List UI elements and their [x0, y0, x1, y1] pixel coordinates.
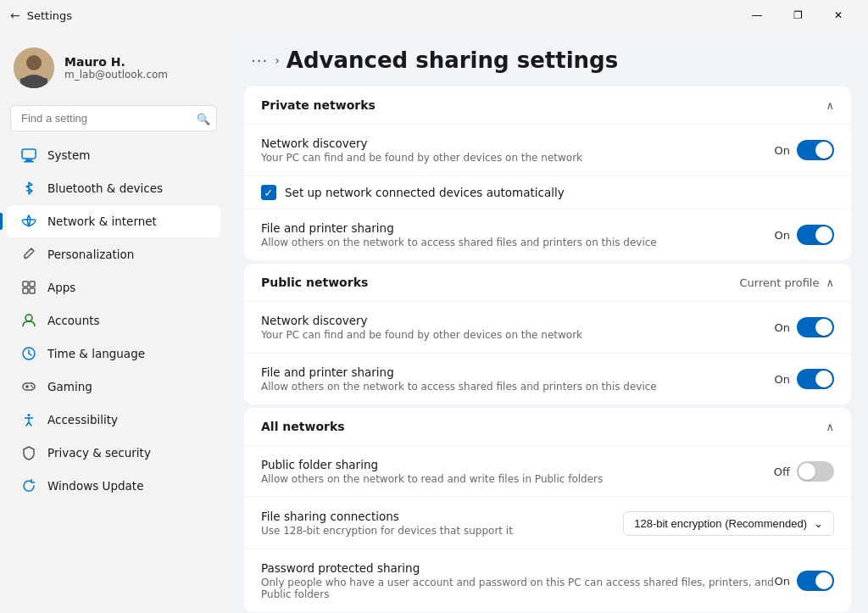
- brush-icon: [20, 246, 37, 263]
- setting-label-pf: Public folder sharing: [261, 458, 774, 471]
- setting-desc-fsc: Use 128-bit encryption for devices that …: [261, 525, 623, 537]
- setting-info-nd-public: Network discovery Your PC can find and b…: [261, 314, 775, 341]
- sidebar-label-time: Time & language: [47, 347, 145, 360]
- sidebar-item-update[interactable]: Windows Update: [7, 470, 220, 502]
- file-sharing-dropdown[interactable]: 128-bit encryption (Recommended) ⌄: [623, 511, 834, 536]
- chevron-up-all: ∧: [826, 421, 834, 433]
- sidebar-item-accessibility[interactable]: Accessibility: [7, 404, 220, 436]
- setting-row-auto-connect: ✓ Set up network connected devices autom…: [244, 176, 851, 209]
- accessibility-icon: [20, 411, 37, 428]
- toggle-label-pf: Off: [774, 465, 790, 478]
- toggle-nd-public[interactable]: [797, 317, 834, 337]
- setting-label-fp-public: File and printer sharing: [261, 365, 775, 379]
- section-header-all[interactable]: All networks ∧: [244, 408, 851, 446]
- content-area: Private networks ∧ Network discovery You…: [227, 86, 868, 613]
- section-right-all: ∧: [826, 421, 834, 433]
- dropdown-value-fsc: 128-bit encryption (Recommended): [634, 517, 807, 530]
- sidebar-item-apps[interactable]: Apps: [7, 271, 220, 304]
- toggle-label-fp-public: On: [775, 373, 790, 386]
- section-right-public: Current profile ∧: [739, 276, 834, 289]
- svg-point-14: [25, 315, 32, 321]
- setting-desc-pp: Only people who have a user account and …: [261, 577, 775, 600]
- main-content: ··· › Advanced sharing settings Private …: [227, 31, 868, 613]
- title-bar: ← Settings — ❐ ✕: [0, 0, 868, 31]
- sidebar-item-accounts[interactable]: Accounts: [7, 304, 220, 337]
- setting-control-nd-private: On: [775, 140, 834, 160]
- sidebar-item-bluetooth[interactable]: Bluetooth & devices: [7, 172, 220, 204]
- user-info: Mauro H. m_lab@outlook.com: [64, 55, 168, 81]
- setting-info-nd-private: Network discovery Your PC can find and b…: [261, 137, 775, 164]
- section-header-public[interactable]: Public networks Current profile ∧: [244, 264, 851, 302]
- toggle-pf[interactable]: [797, 461, 834, 482]
- maximize-button[interactable]: ❐: [778, 3, 817, 28]
- setting-info-pp: Password protected sharing Only people w…: [261, 561, 775, 600]
- bluetooth-icon: [20, 180, 37, 197]
- setting-desc-fp-public: Allow others on the network to access sh…: [261, 381, 775, 393]
- setting-label-nd-public: Network discovery: [261, 314, 775, 327]
- sidebar-label-update: Windows Update: [47, 479, 143, 493]
- setting-control-fp-private: On: [775, 225, 834, 245]
- setting-row-network-discovery-public: Network discovery Your PC can find and b…: [244, 302, 851, 354]
- avatar: [14, 47, 54, 88]
- setting-row-file-printer-private: File and printer sharing Allow others on…: [244, 209, 851, 260]
- search-input[interactable]: [10, 105, 217, 131]
- setting-row-file-sharing-conn: File sharing connections Use 128-bit enc…: [244, 498, 851, 549]
- close-button[interactable]: ✕: [819, 3, 858, 28]
- setting-control-pf: Off: [774, 461, 834, 482]
- toggle-pp[interactable]: [797, 571, 834, 591]
- svg-point-1: [26, 55, 42, 70]
- svg-point-23: [28, 414, 31, 416]
- sidebar-item-network[interactable]: Network & internet: [7, 205, 220, 237]
- setting-row-password-protected: Password protected sharing Only people w…: [244, 549, 851, 612]
- page-header: ··· › Advanced sharing settings: [227, 31, 868, 86]
- toggle-fp-private[interactable]: [797, 225, 834, 245]
- apps-icon: [20, 279, 37, 296]
- checkbox-auto-connect[interactable]: ✓: [261, 185, 276, 200]
- sidebar-label-privacy: Privacy & security: [47, 446, 151, 460]
- section-public-networks: Public networks Current profile ∧ Networ…: [244, 264, 851, 404]
- current-profile-label: Current profile: [739, 276, 819, 289]
- time-icon: [20, 345, 37, 362]
- setting-control-pp: On: [775, 571, 834, 591]
- toggle-fp-public[interactable]: [797, 369, 834, 389]
- toggle-label-pp: On: [775, 575, 790, 588]
- toggle-label-nd-public: On: [775, 321, 790, 334]
- sidebar-item-privacy[interactable]: Privacy & security: [7, 437, 220, 469]
- breadcrumb-chevron: ›: [275, 53, 280, 67]
- back-icon[interactable]: ←: [10, 8, 20, 22]
- sidebar-item-system[interactable]: System: [7, 139, 220, 171]
- window-title: Settings: [27, 9, 72, 22]
- accounts-icon: [20, 312, 37, 329]
- system-icon: [20, 147, 37, 164]
- setting-info-fp-private: File and printer sharing Allow others on…: [261, 221, 775, 248]
- section-right-private: ∧: [826, 99, 834, 112]
- setting-desc-nd-private: Your PC can find and be found by other d…: [261, 152, 775, 164]
- section-header-private[interactable]: Private networks ∧: [244, 86, 851, 125]
- svg-rect-5: [25, 159, 32, 161]
- update-icon: [20, 477, 37, 494]
- setting-control-fp-public: On: [775, 369, 834, 389]
- setting-desc-pf: Allow others on the network to read and …: [261, 473, 774, 485]
- section-all-networks: All networks ∧ Public folder sharing All…: [244, 408, 851, 612]
- sidebar-label-accounts: Accounts: [47, 314, 100, 327]
- toggle-label-fp-private: On: [775, 229, 790, 242]
- sidebar-item-gaming[interactable]: Gaming: [7, 371, 220, 403]
- setting-desc-fp-private: Allow others on the network to access sh…: [261, 237, 775, 248]
- sidebar-label-network: Network & internet: [47, 215, 157, 228]
- sidebar-item-time[interactable]: Time & language: [7, 337, 220, 370]
- section-title-private: Private networks: [261, 98, 376, 112]
- toggle-nd-private[interactable]: [797, 140, 834, 160]
- setting-control-fsc: 128-bit encryption (Recommended) ⌄: [623, 511, 834, 536]
- svg-rect-11: [30, 281, 35, 287]
- minimize-button[interactable]: —: [737, 3, 776, 28]
- breadcrumb-dots[interactable]: ···: [251, 52, 268, 70]
- section-title-public: Public networks: [261, 276, 368, 289]
- sidebar-label-accessibility: Accessibility: [47, 413, 118, 426]
- sidebar-label-system: System: [47, 148, 90, 162]
- svg-rect-3: [20, 78, 47, 88]
- sidebar-item-personalization[interactable]: Personalization: [7, 238, 220, 270]
- checkmark-icon: ✓: [264, 187, 274, 199]
- svg-rect-10: [23, 281, 28, 287]
- svg-point-9: [28, 225, 31, 227]
- page-title: Advanced sharing settings: [287, 47, 618, 73]
